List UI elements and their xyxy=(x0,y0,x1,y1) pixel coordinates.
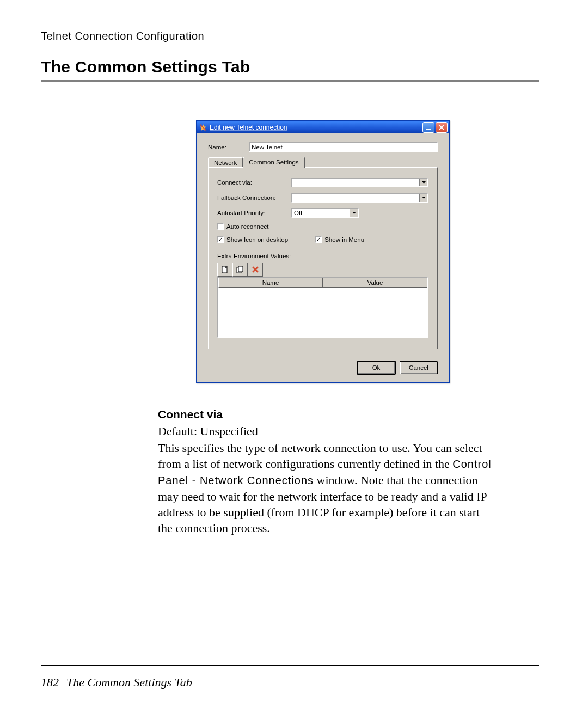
title-divider xyxy=(41,80,539,82)
env-toolbar xyxy=(217,263,428,277)
desc-body: This specifies the type of network conne… xyxy=(158,440,495,536)
desc-default: Default: Unspecified xyxy=(158,423,495,439)
tab-network[interactable]: Network xyxy=(208,157,243,167)
fallback-label: Fallback Connection: xyxy=(217,194,291,201)
connect-via-dropdown[interactable] xyxy=(291,178,428,187)
footer-title: The Common Settings Tab xyxy=(66,675,192,689)
footer-divider xyxy=(41,665,539,666)
ok-button[interactable]: Ok xyxy=(357,361,395,374)
name-input[interactable]: New Telnet xyxy=(249,142,438,152)
show-icon-checkbox[interactable] xyxy=(217,236,224,243)
chevron-down-icon xyxy=(419,194,427,202)
desc-heading: Connect via xyxy=(158,408,495,421)
new-item-button[interactable] xyxy=(217,263,232,277)
env-values-label: Extra Environment Values: xyxy=(217,253,428,259)
auto-reconnect-checkbox[interactable] xyxy=(217,223,224,230)
show-menu-label: Show in Menu xyxy=(324,236,364,243)
name-label: Name: xyxy=(208,144,249,150)
autostart-label: Autostart Priority: xyxy=(217,210,291,216)
env-col-name[interactable]: Name xyxy=(218,278,323,288)
page-number: 182 xyxy=(41,675,59,689)
cancel-button[interactable]: Cancel xyxy=(400,361,438,374)
minimize-button[interactable] xyxy=(422,122,434,133)
show-menu-checkbox[interactable] xyxy=(315,236,322,243)
app-icon xyxy=(199,123,207,132)
env-table-body[interactable] xyxy=(218,288,427,337)
delete-item-button[interactable] xyxy=(248,263,263,277)
dialog-window: Edit new Telnet connection Name: New Tel… xyxy=(196,120,450,383)
tab-panel: Connect via: Fallback Connection: xyxy=(208,167,438,349)
svg-rect-2 xyxy=(238,266,243,272)
auto-reconnect-label: Auto reconnect xyxy=(226,223,268,230)
page-title: The Common Settings Tab xyxy=(41,58,539,76)
close-button[interactable] xyxy=(436,122,448,133)
chevron-down-icon xyxy=(419,179,427,186)
connect-via-label: Connect via: xyxy=(217,179,291,186)
breadcrumb-text: Telnet Connection Configuration xyxy=(41,30,539,42)
tab-bar: Network Common Settings xyxy=(208,156,438,167)
show-icon-label: Show Icon on desktop xyxy=(226,236,288,243)
chevron-down-icon xyxy=(350,209,358,217)
env-col-value[interactable]: Value xyxy=(323,278,427,288)
copy-item-button[interactable] xyxy=(232,263,248,277)
svg-rect-0 xyxy=(222,266,227,273)
env-table[interactable]: Name Value xyxy=(217,277,428,338)
tab-common-settings[interactable]: Common Settings xyxy=(243,157,304,168)
fallback-dropdown[interactable] xyxy=(291,193,428,203)
titlebar[interactable]: Edit new Telnet connection xyxy=(197,121,449,133)
autostart-dropdown[interactable]: Off xyxy=(291,208,359,218)
titlebar-text: Edit new Telnet connection xyxy=(210,124,422,131)
